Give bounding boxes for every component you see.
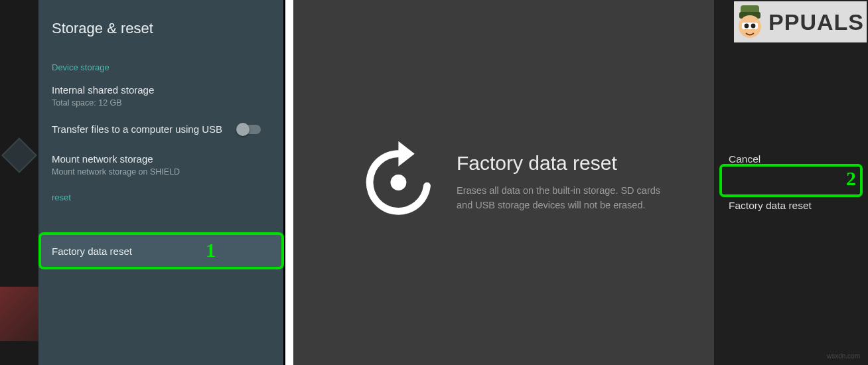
device-storage-section-label: Device storage <box>52 62 267 72</box>
svg-point-0 <box>391 175 407 190</box>
storage-reset-panel: Storage & reset Device storage Internal … <box>0 0 285 365</box>
page-title: Storage & reset <box>52 20 267 37</box>
mount-network-subtitle: Mount network storage on SHIELD <box>52 167 267 177</box>
storage-reset-list: Storage & reset Device storage Internal … <box>38 0 283 365</box>
svg-point-6 <box>751 24 756 29</box>
usb-transfer-toggle[interactable] <box>238 125 261 134</box>
annotation-number-2: 2 <box>846 167 856 190</box>
svg-rect-4 <box>742 23 758 29</box>
factory-data-reset-label: Factory data reset <box>52 246 132 257</box>
usb-transfer-label: Transfer files to a computer using USB <box>52 123 222 135</box>
factory-reset-title: Factory data reset <box>457 152 676 175</box>
internal-storage-title: Internal shared storage <box>52 84 267 96</box>
cancel-button[interactable]: Cancel <box>729 145 853 173</box>
mount-network-title: Mount network storage <box>52 153 267 165</box>
factory-reset-description: Erases all data on the built-in storage.… <box>457 184 676 213</box>
source-watermark: wsxdn.com <box>827 352 860 360</box>
annotation-number-1: 1 <box>206 239 216 261</box>
mount-network-item[interactable]: Mount network storage Mount network stor… <box>52 153 267 177</box>
brand-logo: PPUALS <box>734 1 867 42</box>
factory-reset-info: Factory data reset Erases all data on th… <box>293 0 714 365</box>
internal-storage-item[interactable]: Internal shared storage Total space: 12 … <box>52 84 267 108</box>
toggle-knob <box>236 123 250 136</box>
usb-transfer-item[interactable]: Transfer files to a computer using USB <box>52 123 267 135</box>
mascot-icon <box>735 4 764 40</box>
factory-data-reset-item[interactable]: Factory data reset <box>38 234 283 268</box>
factory-reset-confirm-panel: Factory data reset Erases all data on th… <box>293 0 868 365</box>
restore-icon <box>352 139 438 226</box>
factory-data-reset-button[interactable]: Factory data reset <box>729 192 853 220</box>
reset-section-label: reset <box>52 192 267 202</box>
confirm-sidebar: Cancel Factory data reset 2 <box>714 0 868 365</box>
thumbnail-image <box>0 287 38 341</box>
brand-logo-text: PPUALS <box>768 9 864 35</box>
svg-point-5 <box>745 24 749 29</box>
internal-storage-subtitle: Total space: 12 GB <box>52 98 267 108</box>
